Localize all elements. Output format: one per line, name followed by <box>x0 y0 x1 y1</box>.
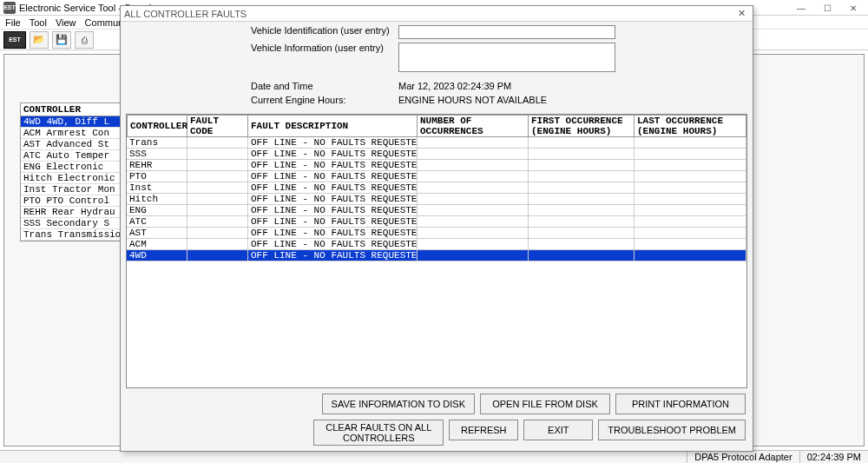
status-bar: DPA5 Protocol Adapter 02:24:39 PM <box>0 450 868 463</box>
faults-cell <box>418 182 529 194</box>
close-button[interactable]: ✕ <box>840 1 866 15</box>
controller-list-item[interactable]: Hitch Electronic <box>21 173 123 184</box>
faults-cell <box>529 171 635 182</box>
faults-grid-row[interactable]: 4WDOFF LINE - NO FAULTS REQUESTED <box>127 250 746 261</box>
vehicle-info-label: Vehicle Information (user entry) <box>251 43 398 53</box>
faults-cell <box>635 194 746 205</box>
faults-cell: ATC <box>127 216 187 228</box>
faults-cell <box>635 171 746 182</box>
faults-cell <box>635 182 746 194</box>
faults-cell <box>187 239 248 250</box>
refresh-button[interactable]: REFRESH <box>449 420 518 440</box>
faults-grid-row[interactable]: REHROFF LINE - NO FAULTS REQUESTED <box>127 160 746 171</box>
controller-list-item[interactable]: Trans Transmissio <box>21 229 123 241</box>
faults-grid-row[interactable]: ASTOFF LINE - NO FAULTS REQUESTED <box>127 228 746 239</box>
controller-list-item[interactable]: SSS Secondary S <box>21 218 123 229</box>
controller-list-item[interactable]: 4WD 4WD, Diff L <box>21 116 123 128</box>
faults-cell <box>187 160 248 171</box>
controller-list[interactable]: CONTROLLER 4WD 4WD, Diff LACM Armrest Co… <box>20 103 124 241</box>
menu-view[interactable]: View <box>56 17 76 28</box>
col-controller[interactable]: CONTROLLER <box>127 115 187 137</box>
faults-grid-row[interactable]: SSSOFF LINE - NO FAULTS REQUESTED <box>127 149 746 160</box>
faults-cell <box>418 160 529 171</box>
faults-cell: Hitch <box>127 194 187 205</box>
print-information-button[interactable]: PRINT INFORMATION <box>615 394 746 414</box>
col-fault-code[interactable]: FAULT CODE <box>187 115 248 137</box>
faults-cell <box>635 160 746 171</box>
faults-cell <box>187 228 248 239</box>
faults-cell: OFF LINE - NO FAULTS REQUESTED <box>248 250 418 261</box>
col-num-occurrences[interactable]: NUMBER OF OCCURRENCES <box>418 115 529 137</box>
controller-list-item[interactable]: AST Advanced St <box>21 139 123 150</box>
faults-cell <box>529 216 635 228</box>
faults-cell <box>529 228 635 239</box>
faults-cell <box>635 216 746 228</box>
all-controller-faults-dialog: ALL CONTROLLER FAULTS ✕ Vehicle Identifi… <box>120 5 753 452</box>
faults-cell: ACM <box>127 239 187 250</box>
save-to-disk-button[interactable]: SAVE INFORMATION TO DISK <box>322 394 475 414</box>
date-time-label: Date and Time <box>251 81 398 91</box>
faults-cell: Inst <box>127 182 187 194</box>
vehicle-id-input[interactable] <box>398 25 615 39</box>
faults-cell: OFF LINE - NO FAULTS REQUESTED <box>248 205 418 216</box>
faults-cell <box>529 194 635 205</box>
faults-cell <box>187 216 248 228</box>
faults-cell <box>418 137 529 149</box>
open-from-disk-button[interactable]: OPEN FILE FROM DISK <box>480 394 610 414</box>
status-adapter: DPA5 Protocol Adapter <box>687 451 799 463</box>
faults-cell <box>529 205 635 216</box>
col-last-occurrence[interactable]: LAST OCCURRENCE (ENGINE HOURS) <box>635 115 746 137</box>
faults-cell <box>635 250 746 261</box>
faults-cell: OFF LINE - NO FAULTS REQUESTED <box>248 149 418 160</box>
toolbar-print-icon[interactable]: ⎙ <box>75 31 94 49</box>
dialog-header-fields: Vehicle Identification (user entry) Vehi… <box>121 22 753 114</box>
faults-grid-row[interactable]: InstOFF LINE - NO FAULTS REQUESTED <box>127 182 746 194</box>
minimize-button[interactable]: — <box>788 1 814 15</box>
faults-cell: OFF LINE - NO FAULTS REQUESTED <box>248 239 418 250</box>
faults-cell <box>529 137 635 149</box>
controller-list-item[interactable]: PTO PTO Control <box>21 195 123 207</box>
dialog-titlebar: ALL CONTROLLER FAULTS ✕ <box>121 6 753 22</box>
controller-list-item[interactable]: ATC Auto Temper <box>21 150 123 162</box>
faults-grid-row[interactable]: PTOOFF LINE - NO FAULTS REQUESTED <box>127 171 746 182</box>
toolbar-open-icon[interactable]: 📂 <box>30 31 49 49</box>
faults-cell <box>418 216 529 228</box>
faults-grid-header: CONTROLLER FAULT CODE FAULT DESCRIPTION … <box>127 115 746 137</box>
toolbar-est-button[interactable]: EST <box>3 31 26 49</box>
faults-cell: OFF LINE - NO FAULTS REQUESTED <box>248 228 418 239</box>
controller-list-item[interactable]: REHR Rear Hydrau <box>21 207 123 218</box>
toolbar-save-icon[interactable]: 💾 <box>52 31 71 49</box>
controller-list-item[interactable]: ENG Electronic <box>21 162 123 173</box>
controller-list-header: CONTROLLER <box>21 103 123 116</box>
faults-cell <box>187 182 248 194</box>
faults-grid-row[interactable]: TransOFF LINE - NO FAULTS REQUESTED <box>127 137 746 149</box>
troubleshoot-button[interactable]: TROUBLESHOOT PROBLEM <box>598 420 746 440</box>
faults-cell: SSS <box>127 149 187 160</box>
menu-file[interactable]: File <box>5 17 21 28</box>
faults-cell: REHR <box>127 160 187 171</box>
vehicle-id-label: Vehicle Identification (user entry) <box>251 25 398 36</box>
exit-button[interactable]: EXIT <box>523 420 593 440</box>
faults-cell <box>635 149 746 160</box>
faults-cell <box>418 149 529 160</box>
faults-cell <box>529 239 635 250</box>
menu-tool[interactable]: Tool <box>30 17 47 28</box>
vehicle-info-input[interactable] <box>398 43 615 72</box>
controller-list-item[interactable]: Inst Tractor Mon <box>21 184 123 195</box>
col-first-occurrence[interactable]: FIRST OCCURRENCE (ENGINE HOURS) <box>529 115 635 137</box>
faults-grid-row[interactable]: ENGOFF LINE - NO FAULTS REQUESTED <box>127 205 746 216</box>
faults-grid-row[interactable]: ATCOFF LINE - NO FAULTS REQUESTED <box>127 216 746 228</box>
faults-cell: OFF LINE - NO FAULTS REQUESTED <box>248 194 418 205</box>
dialog-close-icon[interactable]: ✕ <box>733 8 749 20</box>
faults-grid-row[interactable]: HitchOFF LINE - NO FAULTS REQUESTED <box>127 194 746 205</box>
faults-cell: OFF LINE - NO FAULTS REQUESTED <box>248 137 418 149</box>
faults-grid[interactable]: CONTROLLER FAULT CODE FAULT DESCRIPTION … <box>126 114 747 388</box>
maximize-button[interactable]: ☐ <box>814 1 840 15</box>
faults-cell: OFF LINE - NO FAULTS REQUESTED <box>248 171 418 182</box>
controller-list-item[interactable]: ACM Armrest Con <box>21 128 123 139</box>
clear-faults-all-button[interactable]: CLEAR FAULTS ON ALL CONTROLLERS <box>313 420 444 446</box>
faults-cell: OFF LINE - NO FAULTS REQUESTED <box>248 216 418 228</box>
col-fault-description[interactable]: FAULT DESCRIPTION <box>248 115 418 137</box>
faults-grid-row[interactable]: ACMOFF LINE - NO FAULTS REQUESTED <box>127 239 746 250</box>
date-time-value: Mar 12, 2023 02:24:39 PM <box>398 81 511 91</box>
